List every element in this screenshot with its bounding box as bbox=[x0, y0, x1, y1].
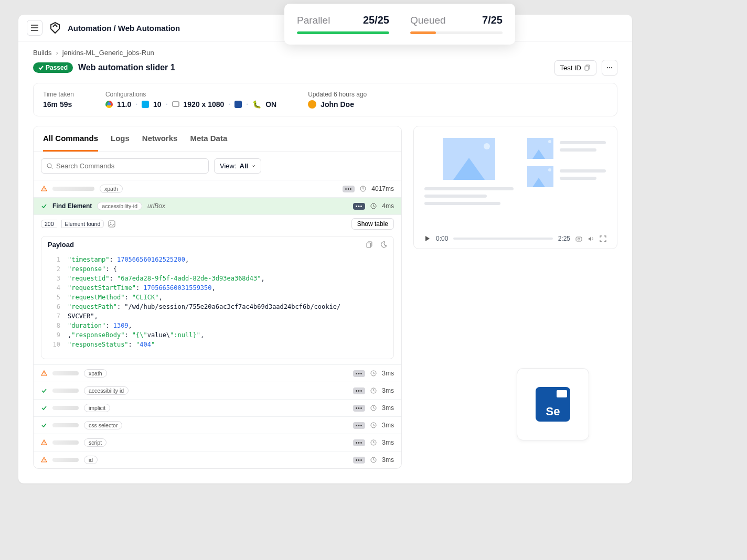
clock-icon bbox=[370, 439, 377, 446]
parallel-bar bbox=[297, 31, 389, 34]
skeleton bbox=[52, 423, 79, 427]
command-row-selected[interactable]: Find Element accessibility-id urlBox •••… bbox=[34, 197, 401, 214]
moon-icon[interactable] bbox=[380, 241, 387, 248]
parallel-stat: Parallel 25/25 bbox=[297, 14, 389, 34]
stats-banner: Parallel 25/25 Queued 7/25 bbox=[284, 4, 515, 45]
queued-stat: Queued 7/25 bbox=[410, 14, 503, 34]
command-row[interactable]: accessibility id•••3ms bbox=[34, 382, 401, 399]
screen-icon bbox=[172, 101, 179, 108]
breadcrumb-item: jenkins-ML_Generic_jobs-Run bbox=[62, 49, 154, 57]
check-icon bbox=[41, 422, 47, 428]
commands-panel: All Commands Logs Networks Meta Data Vie… bbox=[33, 126, 402, 469]
svg-rect-1 bbox=[585, 66, 589, 70]
clock-icon bbox=[370, 203, 377, 209]
command-row[interactable]: id•••3ms bbox=[34, 451, 401, 468]
clock-icon bbox=[370, 370, 377, 376]
row-more-button[interactable]: ••• bbox=[353, 387, 366, 394]
copy-icon[interactable] bbox=[366, 241, 373, 248]
status-badge: Passed bbox=[33, 62, 73, 73]
fullscreen-icon[interactable] bbox=[600, 235, 606, 242]
locator-tag: xpath bbox=[84, 369, 107, 378]
video-total-time: 2:25 bbox=[558, 235, 570, 242]
payload-code: 1"timestamp": 170566560162525200,2 "resp… bbox=[41, 253, 393, 359]
locator-tag: script bbox=[84, 438, 106, 447]
row-more-button[interactable]: ••• bbox=[353, 457, 366, 464]
command-row[interactable]: xpath•••3ms bbox=[34, 364, 401, 382]
status-msg: Element found bbox=[61, 220, 104, 228]
payload-box: Payload 1"timestamp": 170566560162525200… bbox=[41, 236, 394, 359]
chevron-down-icon bbox=[251, 164, 255, 168]
check-icon bbox=[41, 405, 47, 411]
logo-icon bbox=[49, 21, 61, 34]
more-button[interactable] bbox=[602, 60, 617, 76]
command-row[interactable]: implicit•••3ms bbox=[34, 399, 401, 416]
row-more-button[interactable]: ••• bbox=[353, 422, 366, 429]
menu-icon bbox=[31, 25, 38, 31]
row-more-button[interactable]: ••• bbox=[353, 370, 366, 377]
parallel-label: Parallel bbox=[297, 15, 330, 26]
locator-tag: accessibility-id bbox=[97, 202, 142, 210]
camera-icon[interactable] bbox=[575, 235, 582, 242]
copy-icon bbox=[584, 64, 591, 71]
row-more-button[interactable]: ••• bbox=[343, 186, 355, 192]
search-icon bbox=[47, 163, 53, 169]
clock-icon bbox=[370, 405, 377, 411]
check-icon bbox=[41, 387, 47, 394]
skeleton bbox=[52, 371, 79, 375]
volume-icon[interactable] bbox=[588, 235, 594, 242]
info-card: Time taken 16m 59s Configurations 11.0 ·… bbox=[33, 83, 617, 116]
warning-icon bbox=[41, 457, 47, 463]
warning-icon bbox=[41, 439, 47, 446]
code-badge[interactable]: ••• bbox=[353, 203, 366, 210]
row-time: 3ms bbox=[382, 404, 394, 412]
svg-point-4 bbox=[611, 67, 612, 68]
command-row[interactable]: script•••3ms bbox=[34, 434, 401, 451]
warning-icon bbox=[41, 186, 47, 192]
tab-all-commands[interactable]: All Commands bbox=[43, 134, 98, 152]
video-card: 0:00 2:25 bbox=[413, 126, 617, 249]
tab-meta-data[interactable]: Meta Data bbox=[190, 134, 227, 152]
svg-rect-23 bbox=[576, 237, 582, 241]
clock-icon bbox=[370, 457, 377, 463]
locator-tag: implicit bbox=[84, 404, 110, 412]
svg-point-6 bbox=[47, 164, 51, 168]
command-row[interactable]: xpath ••• 4017ms bbox=[34, 180, 401, 197]
tab-networks[interactable]: Networks bbox=[142, 134, 178, 152]
check-icon bbox=[38, 65, 44, 70]
locator-tag: css selector bbox=[84, 421, 122, 429]
row-time: 4017ms bbox=[371, 185, 394, 192]
view-dropdown[interactable]: View: All bbox=[214, 158, 261, 174]
parallel-value: 25/25 bbox=[363, 14, 389, 26]
command-row[interactable]: css selector•••3ms bbox=[34, 416, 401, 434]
time-label: Time taken bbox=[43, 91, 74, 98]
skeleton bbox=[52, 187, 94, 191]
check-icon bbox=[41, 203, 47, 209]
payload-title: Payload bbox=[48, 241, 74, 249]
tabs: All Commands Logs Networks Meta Data bbox=[34, 126, 401, 152]
selenium-icon bbox=[234, 101, 242, 108]
warning-icon bbox=[41, 370, 47, 376]
video-current-time: 0:00 bbox=[436, 235, 448, 242]
breadcrumb-root[interactable]: Builds bbox=[33, 49, 51, 57]
image-icon[interactable] bbox=[108, 220, 115, 228]
chevron-right-icon: › bbox=[56, 49, 58, 57]
clock-icon bbox=[360, 186, 366, 192]
menu-button[interactable] bbox=[27, 20, 42, 36]
row-time: 3ms bbox=[382, 439, 394, 446]
play-button[interactable] bbox=[424, 235, 431, 242]
header-title: Automation / Web Automation bbox=[68, 24, 180, 33]
command-subrow: 200 Element found Show table bbox=[34, 214, 401, 233]
row-more-button[interactable]: ••• bbox=[353, 405, 366, 412]
updated-label: Updated 6 hours ago bbox=[308, 91, 367, 98]
row-time: 4ms bbox=[382, 202, 394, 210]
svg-point-2 bbox=[607, 67, 608, 68]
search-input[interactable] bbox=[41, 158, 209, 174]
row-time: 3ms bbox=[382, 387, 394, 394]
queued-value: 7/25 bbox=[482, 14, 503, 26]
show-table-button[interactable]: Show table bbox=[351, 218, 394, 230]
video-progress[interactable] bbox=[453, 238, 552, 240]
tab-logs[interactable]: Logs bbox=[111, 134, 130, 152]
skeleton bbox=[52, 440, 79, 445]
row-more-button[interactable]: ••• bbox=[353, 439, 366, 446]
test-id-button[interactable]: Test ID bbox=[554, 60, 596, 76]
